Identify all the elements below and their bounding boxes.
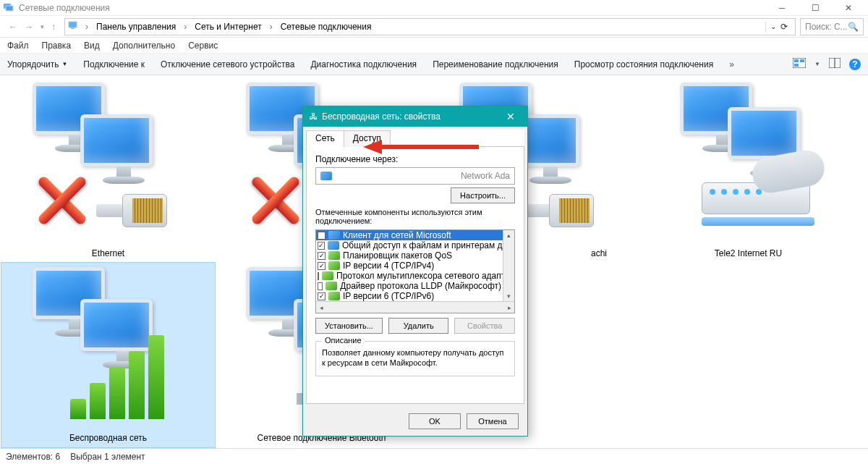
- connection-tele2[interactable]: Tele2 Internet RU: [642, 78, 855, 263]
- client-icon: [328, 231, 340, 240]
- history-chevron-icon[interactable]: ▾: [41, 23, 44, 30]
- disconnected-x-icon: [244, 168, 307, 230]
- app-icon: [3, 2, 14, 14]
- search-placeholder: Поиск: С...: [805, 22, 848, 32]
- dialog-tabs: Сеть Доступ: [306, 130, 524, 147]
- cancel-button[interactable]: Отмена: [467, 413, 519, 429]
- address-chevron-icon[interactable]: ⌄: [770, 22, 776, 30]
- svg-rect-1: [6, 6, 13, 11]
- description-legend: Описание: [322, 336, 365, 345]
- command-bar: Упорядочить ▼ Подключение к Отключение с…: [0, 54, 868, 75]
- connection-ethernet[interactable]: Ethernet: [1, 78, 215, 263]
- breadcrumb-seg[interactable]: Сеть и Интернет: [192, 20, 263, 33]
- search-icon: 🔍: [848, 22, 859, 32]
- components-list[interactable]: ✓Клиент для сетей Microsoft ✓Общий досту…: [315, 229, 515, 313]
- remove-button[interactable]: Удалить: [388, 318, 449, 334]
- view-chevron-icon[interactable]: ▼: [814, 61, 820, 67]
- window-title: Сетевые подключения: [19, 3, 110, 13]
- list-item[interactable]: ✓Общий доступ к файлам и принтерам для с…: [316, 240, 503, 250]
- status-count: Элементов: 6: [6, 452, 60, 462]
- list-item[interactable]: ✓IP версии 4 (TCP/IPv4): [316, 261, 503, 271]
- breadcrumb-seg[interactable]: Сетевые подключения: [278, 20, 374, 33]
- description-text: Позволяет данному компьютеру получать до…: [322, 347, 509, 368]
- tab-access[interactable]: Доступ: [344, 130, 391, 147]
- maximize-button[interactable]: ☐: [799, 0, 832, 16]
- close-button[interactable]: ✕: [832, 0, 865, 16]
- list-vertical-scrollbar[interactable]: ▴▾: [503, 230, 514, 301]
- more-commands-button[interactable]: »: [729, 59, 734, 69]
- adapter-name: Network Ada: [336, 171, 510, 181]
- list-horizontal-scrollbar[interactable]: ◂▸: [316, 301, 514, 313]
- chevron-right-icon[interactable]: ›: [82, 22, 91, 32]
- dialog-footer: OK Отмена: [303, 407, 527, 436]
- refresh-button[interactable]: ⟳: [780, 22, 788, 32]
- connect-to-button[interactable]: Подключение к: [83, 59, 145, 69]
- list-item[interactable]: Протокол мультиплексора сетевого адаптер…: [316, 271, 503, 281]
- configure-button[interactable]: Настроить...: [451, 187, 515, 203]
- connection-label: Беспроводная сеть: [69, 429, 147, 443]
- preview-pane-button[interactable]: [829, 58, 841, 70]
- help-button[interactable]: ?: [849, 59, 861, 70]
- control-panel-icon: [68, 20, 80, 33]
- list-item[interactable]: ✓Клиент для сетей Microsoft: [316, 230, 503, 240]
- connection-label: Ethernet: [92, 244, 124, 258]
- view-layout-button[interactable]: [793, 58, 806, 70]
- chevron-right-icon[interactable]: ›: [267, 22, 276, 32]
- components-label: Отмеченные компоненты используются этим …: [315, 208, 515, 225]
- list-item[interactable]: ✓IP версии 6 (TCP/IPv6): [316, 291, 503, 301]
- svg-rect-5: [794, 59, 799, 62]
- menu-extra[interactable]: Дополнительно: [113, 41, 175, 51]
- checkbox[interactable]: [318, 282, 323, 290]
- list-item[interactable]: Драйвер протокола LLDP (Майкрософт): [316, 281, 503, 291]
- chevron-right-icon[interactable]: ›: [181, 22, 190, 32]
- connection-wireless[interactable]: Беспроводная сеть: [1, 263, 215, 447]
- window-titlebar: Сетевые подключения ─ ☐ ✕: [0, 0, 868, 16]
- back-button[interactable]: ←: [9, 22, 17, 32]
- tab-network[interactable]: Сеть: [306, 130, 344, 147]
- lldp-icon: [326, 282, 337, 290]
- install-button[interactable]: Установить...: [315, 318, 383, 334]
- dialog-titlebar[interactable]: 🖧 Беспроводная сеть: свойства ✕: [303, 106, 527, 127]
- forward-button[interactable]: →: [25, 22, 33, 32]
- checkbox[interactable]: ✓: [318, 232, 326, 240]
- chevron-down-icon: ▼: [61, 61, 67, 67]
- svg-rect-3: [71, 28, 75, 29]
- diagnose-button[interactable]: Диагностика подключения: [310, 59, 417, 69]
- wifi-signal-icon: [70, 335, 164, 419]
- dialog-close-button[interactable]: ✕: [500, 111, 522, 122]
- checkbox[interactable]: ✓: [318, 242, 325, 250]
- checkbox[interactable]: ✓: [318, 252, 326, 260]
- menu-service[interactable]: Сервис: [188, 41, 218, 51]
- list-item[interactable]: ✓Планировщик пакетов QoS: [316, 250, 503, 261]
- properties-dialog: 🖧 Беспроводная сеть: свойства ✕ Сеть Дос…: [302, 106, 528, 436]
- menu-bar: Файл Правка Вид Дополнительно Сервис: [0, 38, 868, 54]
- organize-menu[interactable]: Упорядочить ▼: [7, 59, 67, 69]
- description-group: Описание Позволяет данному компьютеру по…: [315, 341, 515, 376]
- up-button[interactable]: ↑: [51, 22, 56, 32]
- menu-view[interactable]: Вид: [84, 41, 100, 51]
- ipv6-icon: [328, 292, 340, 300]
- rename-button[interactable]: Переименование подключения: [433, 59, 558, 69]
- disable-device-button[interactable]: Отключение сетевого устройства: [161, 59, 294, 69]
- svg-rect-6: [800, 59, 804, 62]
- menu-edit[interactable]: Правка: [42, 41, 72, 51]
- breadcrumb-seg[interactable]: Панель управления: [94, 20, 178, 33]
- properties-button[interactable]: Свойства: [454, 318, 515, 334]
- qos-icon: [328, 251, 340, 260]
- breadcrumb[interactable]: › Панель управления › Сеть и Интернет › …: [64, 18, 796, 35]
- checkbox[interactable]: [318, 272, 319, 280]
- checkbox[interactable]: ✓: [318, 292, 326, 300]
- ethernet-plug-icon: [102, 190, 167, 233]
- ethernet-plug-icon: [529, 190, 594, 233]
- checkbox[interactable]: ✓: [318, 262, 326, 270]
- disconnected-x-icon: [31, 168, 93, 230]
- minimize-button[interactable]: ─: [765, 0, 799, 16]
- menu-file[interactable]: Файл: [7, 41, 29, 51]
- ok-button[interactable]: OK: [409, 413, 461, 429]
- connect-via-label: Подключение через:: [315, 154, 515, 164]
- view-status-button[interactable]: Просмотр состояния подключения: [574, 59, 713, 69]
- svg-rect-7: [794, 64, 799, 67]
- address-bar: ← → ▾ ↑ › Панель управления › Сеть и Инт…: [0, 16, 868, 38]
- search-input[interactable]: Поиск: С... 🔍: [800, 18, 864, 35]
- multiplexor-icon: [322, 271, 333, 280]
